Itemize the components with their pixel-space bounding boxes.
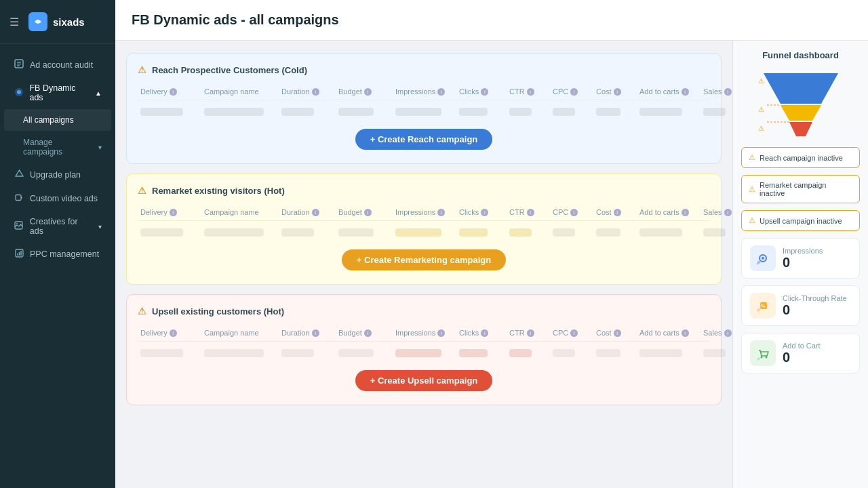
- sidebar-item-upgrade-plan[interactable]: Upgrade plan: [4, 163, 111, 186]
- svg-point-34: [761, 357, 763, 359]
- sidebar-item-manage-campaigns[interactable]: Manage campaigns ▾: [4, 131, 111, 163]
- sidebar-item-all-campaigns[interactable]: All campaigns: [4, 109, 111, 131]
- table-row-hr-1: [138, 346, 710, 361]
- skel: [204, 349, 264, 357]
- info-sales-hr[interactable]: i: [724, 329, 732, 337]
- info-delivery-cold[interactable]: i: [170, 88, 177, 96]
- svg-point-35: [766, 357, 768, 359]
- chevron-fb-dynamic-ads: ▲: [95, 89, 102, 97]
- col-sales-hy: Salesi: [703, 208, 732, 216]
- sidebar-label-manage-campaigns: Manage campaigns: [23, 138, 93, 157]
- sidebar-item-ppc-management[interactable]: PPC management: [4, 243, 111, 266]
- hamburger-icon[interactable]: ☰: [9, 16, 19, 28]
- col-delivery-hy: Deliveryi: [140, 208, 201, 216]
- alert-remarket-inactive[interactable]: ⚠ Remarket campaign inactive: [741, 175, 860, 203]
- info-impressions-hy[interactable]: i: [437, 209, 445, 216]
- create-remarketing-campaign-button[interactable]: + Create Remarketing campaign: [342, 249, 506, 270]
- info-addtocarts-hr[interactable]: i: [682, 329, 689, 337]
- col-campaign-name-hr: Campaign name: [204, 329, 279, 337]
- col-impressions-hy: Impressionsi: [395, 208, 456, 216]
- info-cpc-hr[interactable]: i: [570, 329, 578, 337]
- campaign-header-cold: ⚠ Reach Prospective Customers (Cold): [138, 64, 710, 75]
- svg-point-10: [16, 223, 18, 224]
- ppc-icon: [14, 249, 24, 260]
- svg-point-37: [757, 359, 758, 361]
- sidebar-label-upgrade-plan: Upgrade plan: [30, 170, 81, 180]
- info-addtocarts-cold[interactable]: i: [682, 88, 689, 96]
- sidebar-item-fb-dynamic-ads[interactable]: FB Dynamic ads ▲: [4, 77, 111, 108]
- col-addtocarts-hy: Add to cartsi: [639, 208, 701, 216]
- svg-text:⚠: ⚠: [758, 125, 764, 132]
- warning-icon-cold: ⚠: [138, 64, 146, 75]
- col-ctr-cold: CTRi: [509, 87, 550, 96]
- info-duration-cold[interactable]: i: [312, 88, 319, 96]
- metric-card-add-to-cart: Add to Cart 0: [741, 333, 860, 373]
- info-impressions-cold[interactable]: i: [437, 88, 445, 96]
- campaigns-area: ⚠ Reach Prospective Customers (Cold) Del…: [115, 41, 732, 488]
- info-budget-hy[interactable]: i: [364, 209, 372, 216]
- svg-marker-6: [16, 170, 23, 176]
- impressions-metric-info: Impressions 0: [783, 247, 823, 270]
- warning-icon-hot-yellow: ⚠: [138, 185, 146, 196]
- info-delivery-hy[interactable]: i: [170, 209, 177, 216]
- chevron-creatives: ▾: [98, 223, 102, 230]
- col-cost-hy: Costi: [596, 208, 637, 216]
- alert-reach-inactive[interactable]: ⚠ Reach campaign inactive: [741, 147, 860, 168]
- sidebar-item-creatives-for-ads[interactable]: Creatives for ads ▾: [4, 211, 111, 242]
- brand-name: sixads: [53, 16, 85, 28]
- info-delivery-hr[interactable]: i: [170, 329, 177, 337]
- skel: [281, 228, 314, 237]
- alert-label-remarket: Remarket campaign inactive: [760, 181, 852, 197]
- col-cpc-cold: CPCi: [553, 87, 593, 96]
- info-cpc-hy[interactable]: i: [570, 209, 578, 216]
- upgrade-icon: [14, 169, 24, 180]
- col-clicks-hy: Clicksi: [459, 208, 507, 216]
- svg-point-36: [758, 358, 760, 360]
- skel: [395, 228, 441, 237]
- campaign-title-hot-yellow: Remarket existing visitors (Hot): [152, 186, 285, 196]
- col-addtocarts-hr: Add to cartsi: [639, 329, 701, 337]
- sidebar-header: ☰ sixads: [0, 0, 115, 44]
- info-clicks-cold[interactable]: i: [481, 88, 488, 96]
- table-header-hot-yellow: Deliveryi Campaign name Durationi Budget…: [138, 204, 710, 221]
- alert-label-upsell: Upsell campaign inactive: [760, 217, 842, 225]
- info-impressions-hr[interactable]: i: [437, 329, 445, 337]
- info-cpc-cold[interactable]: i: [570, 88, 578, 96]
- info-ctr-cold[interactable]: i: [527, 88, 534, 96]
- info-clicks-hr[interactable]: i: [481, 329, 488, 337]
- campaign-card-cold: ⚠ Reach Prospective Customers (Cold) Del…: [126, 53, 722, 164]
- info-sales-hy[interactable]: i: [724, 209, 732, 216]
- sidebar-item-ad-account-audit[interactable]: Ad account audit: [4, 53, 111, 77]
- table-row-hy-1: [138, 225, 710, 240]
- svg-marker-16: [781, 105, 821, 121]
- skel: [703, 228, 726, 237]
- create-reach-campaign-button[interactable]: + Create Reach campaign: [355, 129, 493, 150]
- create-upsell-campaign-button[interactable]: + Create Upsell campaign: [355, 370, 493, 391]
- sidebar-label-all-campaigns: All campaigns: [23, 115, 74, 125]
- alert-upsell-inactive[interactable]: ⚠ Upsell campaign inactive: [741, 210, 860, 231]
- info-ctr-hy[interactable]: i: [527, 209, 534, 216]
- info-budget-cold[interactable]: i: [364, 88, 372, 96]
- info-ctr-hr[interactable]: i: [527, 329, 534, 337]
- info-addtocarts-hy[interactable]: i: [682, 209, 689, 216]
- campaign-card-hot-red: ⚠ Upsell existing customers (Hot) Delive…: [126, 294, 722, 405]
- info-cost-cold[interactable]: i: [614, 88, 621, 96]
- warn-icon-remarket: ⚠: [749, 185, 755, 194]
- add-to-cart-value: 0: [783, 350, 821, 365]
- col-impressions-hr: Impressionsi: [395, 329, 456, 337]
- info-sales-cold[interactable]: i: [724, 88, 732, 96]
- warn-icon-upsell: ⚠: [749, 216, 755, 225]
- right-panel: Funnel dashboard ⚠ ⚠ ⚠: [732, 41, 868, 488]
- info-duration-hr[interactable]: i: [312, 329, 319, 337]
- info-cost-hy[interactable]: i: [614, 209, 621, 216]
- col-cpc-hy: CPCi: [553, 208, 593, 216]
- sidebar-item-custom-video-ads[interactable]: Custom video ads: [4, 187, 111, 210]
- app-logo: [28, 12, 47, 31]
- skel: [459, 349, 488, 357]
- svg-point-27: [757, 263, 759, 265]
- info-duration-hy[interactable]: i: [312, 209, 319, 216]
- info-cost-hr[interactable]: i: [614, 329, 621, 337]
- col-duration-hy: Durationi: [281, 208, 336, 216]
- info-clicks-hy[interactable]: i: [481, 209, 488, 216]
- info-budget-hr[interactable]: i: [364, 329, 372, 337]
